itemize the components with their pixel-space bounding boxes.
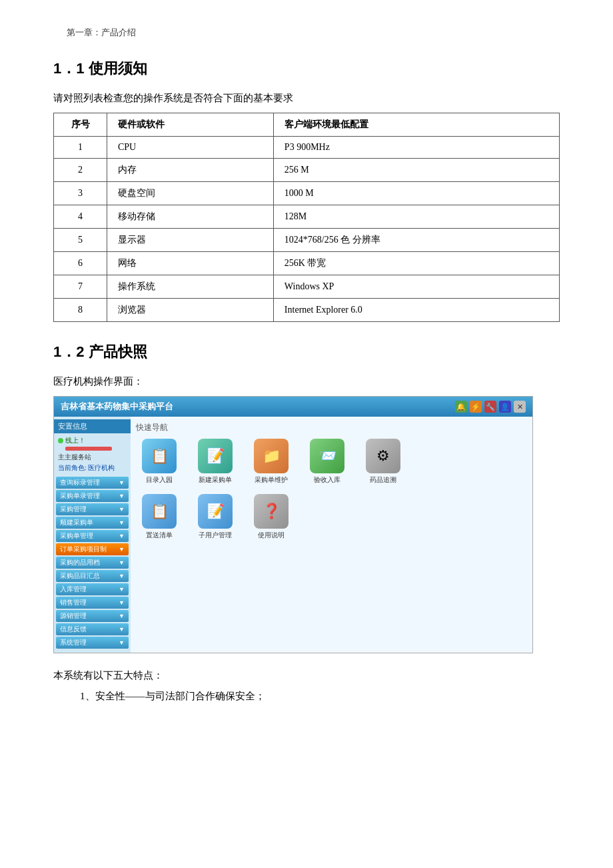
sc-user-info: 线上！ 主主服务站 当前角色: 医疗机构	[54, 433, 131, 475]
table-cell-5-1: 网络	[107, 252, 274, 275]
sc-title-text: 吉林省基本药物集中采购平台	[61, 401, 455, 413]
sc-grid-label: 置送清单	[146, 531, 173, 540]
sc-menu-item[interactable]: 信息反馈▼	[56, 623, 129, 635]
table-cell-3-0: 4	[54, 205, 107, 229]
breadcrumb: 第一章：产品介绍	[53, 27, 560, 39]
sc-icon-3: 🔧	[484, 401, 496, 413]
sc-menu-item[interactable]: 查询标录管理▼	[56, 477, 129, 489]
table-cell-6-0: 7	[54, 275, 107, 299]
table-header-num: 序号	[54, 113, 107, 137]
table-cell-0-1: CPU	[107, 137, 274, 159]
sc-content-area: 快速导航 📋 目录入园 📝 新建采购单 📁 采购单维护 📨 验收入库 ⚙ 药品追…	[131, 417, 532, 653]
sc-menu-item[interactable]: 采购单录管理▼	[56, 490, 129, 502]
sc-grid-item: 📝 子用户管理	[192, 494, 239, 540]
sc-grid-item: 📁 采购单维护	[248, 439, 295, 485]
sc-sidebar: 安置信息 线上！ 主主服务站 当前角色: 医疗机构 查询标录管理▼采购单录管理▼…	[54, 417, 131, 653]
table-cell-0-2: P3 900MHz	[273, 137, 559, 159]
sc-sidebar-header: 安置信息	[54, 419, 131, 433]
table-cell-2-0: 3	[54, 182, 107, 205]
table-cell-2-2: 1000 M	[273, 182, 559, 205]
table-row: 1CPUP3 900MHz	[54, 137, 560, 159]
sc-grid-label: 验收入库	[314, 475, 340, 485]
section1-intro: 请对照列表检查您的操作系统是否符合下面的基本要求	[53, 92, 560, 105]
sc-grid-icon: 📋	[142, 494, 177, 529]
sc-menu-item[interactable]: 顺建采购单▼	[56, 517, 129, 529]
sc-user-status-row: 线上！	[58, 436, 127, 445]
sc-menu-item[interactable]: 销售管理▼	[56, 597, 129, 609]
sc-grid-icon: ❓	[254, 494, 289, 529]
features-intro: 本系统有以下五大特点：	[53, 669, 560, 682]
sc-menu-item[interactable]: 采购的品用档▼	[56, 557, 129, 569]
screenshot-container: 吉林省基本药物集中采购平台 🔔 ⚡ 🔧 👤 ✕ 安置信息 线上！ 主主服务站 当…	[53, 396, 533, 653]
table-cell-6-1: 操作系统	[107, 275, 274, 299]
sc-grid-label: 药品追溯	[370, 475, 396, 485]
sc-nav-title: 快速导航	[136, 422, 527, 433]
sc-status-dot	[58, 438, 63, 443]
sc-grid-item: 📋 目录入园	[136, 439, 183, 485]
sc-grid-label: 使用说明	[258, 531, 285, 540]
table-row: 6网络256K 带宽	[54, 252, 560, 275]
sc-user-label: 主主服务站	[58, 453, 127, 462]
table-cell-4-0: 5	[54, 229, 107, 252]
sc-body: 安置信息 线上！ 主主服务站 当前角色: 医疗机构 查询标录管理▼采购单录管理▼…	[54, 417, 532, 653]
table-cell-7-2: Internet Explorer 6.0	[273, 299, 559, 322]
table-cell-7-1: 浏览器	[107, 299, 274, 322]
table-cell-1-0: 2	[54, 159, 107, 182]
sc-grid-icon: 📁	[254, 439, 289, 473]
sc-grid-icon: 📝	[198, 439, 233, 473]
section2-title: 1．2 产品快照	[53, 342, 560, 362]
table-row: 3硬盘空间1000 M	[54, 182, 560, 205]
table-cell-4-2: 1024*768/256 色 分辨率	[273, 229, 559, 252]
section1-title: 1．1 使用须知	[53, 59, 560, 79]
table-cell-5-2: 256K 带宽	[273, 252, 559, 275]
sc-grid-label: 采购单维护	[255, 475, 288, 485]
sc-menu-item[interactable]: 采购管理▼	[56, 503, 129, 515]
feature-1: 1、安全性——与司法部门合作确保安全；	[80, 690, 560, 703]
requirements-table: 序号 硬件或软件 客户端环境最低配置 1CPUP3 900MHz2内存256 M…	[53, 113, 560, 322]
table-header-config: 客户端环境最低配置	[273, 113, 559, 137]
sc-menu-item[interactable]: 采购品目汇总▼	[56, 570, 129, 582]
screenshot-label: 医疗机构操作界面：	[53, 375, 560, 388]
sc-icon-4: 👤	[499, 401, 511, 413]
table-cell-3-2: 128M	[273, 205, 559, 229]
table-cell-6-2: Windows XP	[273, 275, 559, 299]
table-cell-3-1: 移动存储	[107, 205, 274, 229]
sc-grid-item: ❓ 使用说明	[248, 494, 295, 540]
sc-menu-item[interactable]: 采购单管理▼	[56, 530, 129, 542]
sc-titlebar: 吉林省基本药物集中采购平台 🔔 ⚡ 🔧 👤 ✕	[54, 397, 532, 417]
sc-grid-item: ⚙ 药品追溯	[360, 439, 406, 485]
sc-menu-item[interactable]: 源销管理▼	[56, 610, 129, 622]
table-cell-1-1: 内存	[107, 159, 274, 182]
sc-grid-item: 📝 新建采购单	[192, 439, 239, 485]
table-cell-5-0: 6	[54, 252, 107, 275]
sc-icon-1: 🔔	[455, 401, 467, 413]
table-row: 5显示器1024*768/256 色 分辨率	[54, 229, 560, 252]
sc-grid-row2: 📋 置送清单 📝 子用户管理 ❓ 使用说明	[136, 494, 527, 540]
table-row: 8浏览器Internet Explorer 6.0	[54, 299, 560, 322]
sc-grid-icon: 📋	[142, 439, 177, 473]
sc-menu-item[interactable]: 入库管理▼	[56, 583, 129, 595]
sc-grid-label: 新建采购单	[199, 475, 232, 485]
sc-status-text: 线上！	[65, 436, 85, 445]
sc-grid-label: 子用户管理	[199, 531, 232, 540]
sc-grid-row1: 📋 目录入园 📝 新建采购单 📁 采购单维护 📨 验收入库 ⚙ 药品追溯	[136, 439, 527, 485]
table-row: 4移动存储128M	[54, 205, 560, 229]
sc-icon-5: ✕	[514, 401, 526, 413]
table-header-hw: 硬件或软件	[107, 113, 274, 137]
sc-grid-item: 📋 置送清单	[136, 494, 183, 540]
sc-grid-icon: ⚙	[366, 439, 400, 473]
table-cell-4-1: 显示器	[107, 229, 274, 252]
sc-menu-item[interactable]: 订单采购项目制▼	[56, 543, 129, 555]
table-cell-2-1: 硬盘空间	[107, 182, 274, 205]
table-cell-7-0: 8	[54, 299, 107, 322]
table-row: 2内存256 M	[54, 159, 560, 182]
sc-grid-icon: 📝	[198, 494, 233, 529]
table-cell-0-0: 1	[54, 137, 107, 159]
sc-user-role: 当前角色: 医疗机构	[58, 463, 127, 473]
sc-menu-container: 查询标录管理▼采购单录管理▼采购管理▼顺建采购单▼采购单管理▼订单采购项目制▼采…	[54, 477, 131, 649]
sc-grid-item: 📨 验收入库	[304, 439, 350, 485]
table-cell-1-2: 256 M	[273, 159, 559, 182]
table-row: 7操作系统Windows XP	[54, 275, 560, 299]
sc-grid-label: 目录入园	[146, 475, 173, 485]
sc-menu-item[interactable]: 系统管理▼	[56, 637, 129, 649]
